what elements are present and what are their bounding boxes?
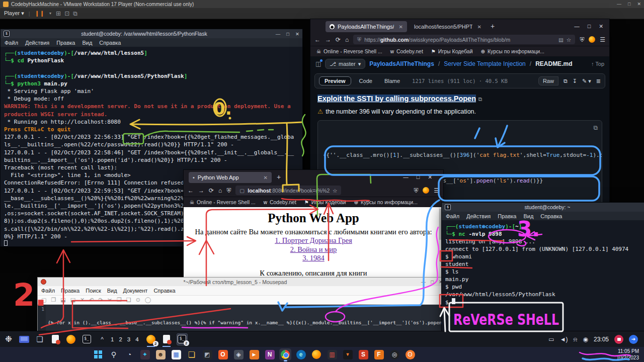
taskbar-icon-shotcut[interactable]: S xyxy=(357,348,369,360)
taskbar-icon-file-explorer[interactable]: ❏ xyxy=(186,348,198,360)
menu-item-Действия[interactable]: Действия xyxy=(25,40,49,46)
url-bar[interactable]: ▢ localhost:8080/index?book=(%%20for%20x… xyxy=(235,186,341,195)
terminal-titlebar[interactable]: $ student@codeby: ~ xyxy=(442,203,644,212)
toolbar-icon[interactable]: ✂ xyxy=(108,297,112,303)
bookmark-item[interactable]: ⊕Курсы по информаци... xyxy=(354,199,418,205)
taskbar-icon-f-book[interactable]: F xyxy=(373,348,385,360)
terminal-window-netcat[interactable]: $ student@codeby: ~ ФайлДействияПравкаВи… xyxy=(442,203,644,331)
mousepad-window[interactable]: *~/Рабочий стол/tmp_lesson_5 - Mousepad … xyxy=(38,278,446,331)
maximize-icon[interactable]: □ xyxy=(588,23,591,29)
toolbar-icon[interactable]: ❐ xyxy=(51,297,56,303)
minimize-icon[interactable]: — xyxy=(403,174,409,180)
branch-selector[interactable]: ⎇ master ▾ xyxy=(325,59,365,69)
pause-vm-button[interactable]: ❙❙ xyxy=(35,10,45,17)
maximize-icon[interactable]: □ xyxy=(431,279,434,285)
taskbar-icon-start[interactable] xyxy=(92,348,104,360)
maximize-icon[interactable]: □ xyxy=(286,31,289,37)
outline-icon[interactable]: ≣ xyxy=(596,78,601,84)
book-link-2[interactable]: 2. Война и мир xyxy=(184,245,443,254)
toolbar-icon[interactable]: ❐ xyxy=(117,297,122,303)
download-icon[interactable]: ↧ xyxy=(573,78,577,84)
bookmark-item[interactable]: ☠Online - Reverse Shell ... xyxy=(190,199,256,205)
tray-icons[interactable]: ▭◄)⍾◉ xyxy=(548,336,588,343)
home-button[interactable]: ⌂ xyxy=(345,36,349,43)
bookmark-item[interactable]: wCodeby.net xyxy=(264,199,296,205)
new-tab-button[interactable]: + xyxy=(277,173,281,181)
taskbar-icon-vmware-tool[interactable]: ◈ xyxy=(232,348,245,360)
breadcrumb-dir[interactable]: Server Side Template Injection xyxy=(444,60,526,67)
menu-item-Документ[interactable]: Документ xyxy=(123,288,148,294)
terminal-launcher[interactable]: $_ xyxy=(81,333,92,345)
tab-localhost-phptwig[interactable]: localhost/lesson5/PHPTwig/i ✕ xyxy=(410,21,486,32)
workspace-switcher[interactable]: 1234 xyxy=(111,336,139,342)
toolbar-icon[interactable]: ❑ xyxy=(126,297,131,303)
taskbar-icon-photos-portrait[interactable]: ☻ xyxy=(154,348,167,360)
menu-item-Файл[interactable]: Файл xyxy=(446,213,459,219)
mousepad-launcher[interactable] xyxy=(50,333,61,345)
reload-button[interactable]: ⟳ xyxy=(336,36,341,43)
menu-item-Правка[interactable]: Правка xyxy=(498,213,516,219)
taskbar-icon-carrot[interactable]: ▼ xyxy=(342,348,354,360)
close-icon[interactable]: ✕ xyxy=(295,31,299,37)
forward-button[interactable]: → xyxy=(198,187,204,194)
file-manager-launcher[interactable]: ❏ xyxy=(34,333,45,345)
back-button[interactable]: ← xyxy=(314,36,320,43)
shield-icon[interactable]: ⛨ xyxy=(357,36,361,43)
workspace-2[interactable]: 2 xyxy=(119,336,122,342)
taskbar-icon-analytics[interactable]: ▥ xyxy=(326,348,338,360)
firefox-account-icon[interactable] xyxy=(589,36,595,43)
taskbar-icon-origin[interactable]: O xyxy=(217,348,229,360)
menu-item-Правка[interactable]: Правка xyxy=(56,40,75,46)
menu-item-Поиск[interactable]: Поиск xyxy=(86,288,101,294)
toolbar-icon[interactable]: ✕ xyxy=(80,297,85,303)
tab-preview[interactable]: Preview xyxy=(319,76,351,85)
firefox-window[interactable]: 2 xyxy=(145,333,156,345)
menu-icon[interactable]: ☰ xyxy=(600,36,605,43)
toolbar-icon[interactable]: ⊙ xyxy=(136,297,140,303)
show-more[interactable]: ^ xyxy=(97,333,108,345)
tab-python-web-app[interactable]: • Python Web App ✕ xyxy=(189,172,272,183)
reader-view-icon[interactable]: ▤ xyxy=(558,37,564,43)
minimize-icon[interactable]: — xyxy=(574,23,580,29)
workspace-4[interactable]: 4 xyxy=(135,336,139,342)
maximize-icon[interactable]: □ xyxy=(628,2,630,7)
close-icon[interactable]: ✕ xyxy=(637,2,641,7)
minimize-icon[interactable]: — xyxy=(617,2,621,7)
pause-dropdown-icon[interactable]: ▾ xyxy=(49,11,51,16)
taskbar-icon-slack[interactable]: ✦ xyxy=(139,348,151,360)
close-tab-icon[interactable]: ✕ xyxy=(477,24,481,30)
maximize-icon[interactable]: □ xyxy=(417,174,420,180)
tray-icon[interactable]: ▭ xyxy=(548,336,554,343)
toolbar-icon[interactable]: ⬓ xyxy=(60,297,65,303)
top-link[interactable]: ↑ Top xyxy=(591,61,604,67)
terminal-titlebar[interactable]: $ student@codeby: /var/www/html/lesson5/… xyxy=(1,29,302,38)
bookmark-item[interactable]: ☠Online - Reverse Shell ... xyxy=(316,48,382,54)
edit-icon[interactable]: ✎ ▾ xyxy=(582,78,591,84)
toolbar-icon[interactable]: ⬓ xyxy=(70,297,75,303)
close-icon[interactable]: ✕ xyxy=(599,23,603,29)
close-tab-icon[interactable]: ✕ xyxy=(399,24,403,30)
lock-screen-icon[interactable] xyxy=(614,335,623,344)
terminal-window[interactable]: $_2 xyxy=(177,333,188,345)
forward-button[interactable]: → xyxy=(325,36,331,43)
close-icon[interactable]: ✕ xyxy=(428,174,432,180)
back-button[interactable]: ← xyxy=(188,187,194,194)
taskbar-icon-calendar[interactable]: ▦ xyxy=(170,348,182,360)
vmware-tool-icon[interactable]: ⧉ xyxy=(73,10,77,17)
bookmark-item[interactable]: ⚑Игры Кодебай xyxy=(304,199,346,205)
raw-button[interactable]: Raw xyxy=(538,76,558,85)
pocket-icon[interactable]: ⛨ xyxy=(414,187,418,194)
toolbar-icon[interactable]: ↷ xyxy=(99,297,103,303)
toolbar-icon[interactable]: ▢ xyxy=(41,297,46,303)
taskbar-icon-chrome[interactable] xyxy=(279,348,291,360)
bookmark-item[interactable]: ⚑Игры Кодебай xyxy=(431,48,473,54)
vmware-toolbar-icons[interactable]: ⊞⊡⧉ xyxy=(56,10,81,17)
bookmark-star-icon[interactable]: ☆ xyxy=(567,37,571,43)
file-tree-icon[interactable]: ◫ xyxy=(315,60,321,67)
workspace-1[interactable]: 1 xyxy=(111,336,114,342)
minimize-icon[interactable]: — xyxy=(421,279,426,285)
vmware-tool-icon[interactable]: ⊞ xyxy=(56,10,61,17)
taskbar-icon-vmware-player[interactable]: ▶ xyxy=(248,348,260,360)
url-bar[interactable]: ⛨ https://github.com/swisskyrepo/Payload… xyxy=(353,35,575,44)
menu-item-Вид[interactable]: Вид xyxy=(82,40,92,46)
